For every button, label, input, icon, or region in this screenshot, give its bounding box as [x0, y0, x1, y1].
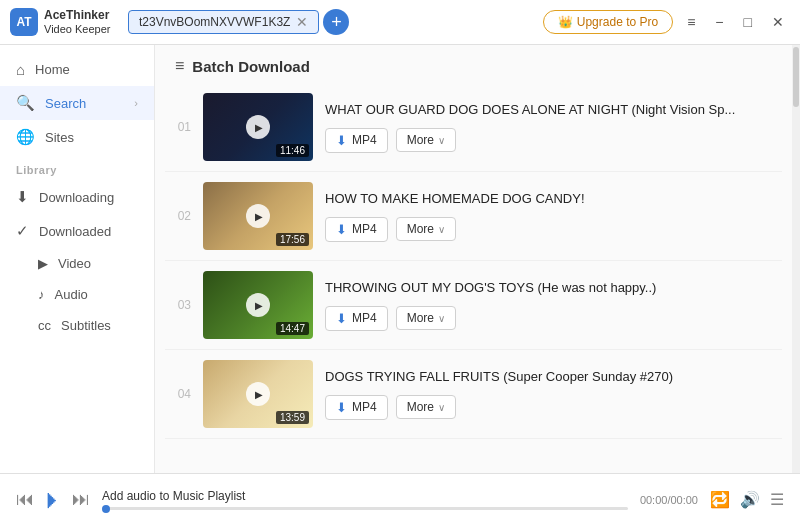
duration-badge: 13:59 — [276, 411, 309, 424]
sidebar-item-downloaded[interactable]: ✓ Downloaded — [0, 214, 154, 248]
sites-icon: 🌐 — [16, 128, 35, 146]
chevron-right-icon: › — [134, 97, 138, 109]
player-time: 00:00/00:00 — [640, 494, 698, 506]
play-overlay[interactable]: ▶ — [246, 204, 270, 228]
maximize-button[interactable]: □ — [738, 12, 758, 32]
duration-badge: 17:56 — [276, 233, 309, 246]
mp4-download-button[interactable]: ⬇ MP4 — [325, 217, 388, 242]
more-label: More — [407, 400, 434, 414]
download-icon: ⬇ — [336, 133, 347, 148]
progress-dot — [102, 505, 110, 513]
player-bar: ⏮ ⏵ ⏭ Add audio to Music Playlist 00:00/… — [0, 473, 800, 525]
tab-label: t23VnvBOomNXVVWF1K3Z — [139, 15, 290, 29]
minimize-button[interactable]: − — [709, 12, 729, 32]
sidebar-item-sites[interactable]: 🌐 Sites — [0, 120, 154, 154]
add-tab-button[interactable]: + — [323, 9, 349, 35]
format-label: MP4 — [352, 133, 377, 147]
list-item: 02 ▶ 17:56 HOW TO MAKE HOMEMADE DOG CAND… — [165, 172, 782, 261]
next-button[interactable]: ⏭ — [72, 489, 90, 510]
playlist-icon[interactable]: ☰ — [770, 490, 784, 509]
sidebar-item-home[interactable]: ⌂ Home — [0, 53, 154, 86]
chevron-down-icon: ∨ — [438, 402, 445, 413]
play-overlay[interactable]: ▶ — [246, 115, 270, 139]
content-header: ≡ Batch Download — [155, 45, 792, 83]
play-overlay[interactable]: ▶ — [246, 382, 270, 406]
mp4-download-button[interactable]: ⬇ MP4 — [325, 306, 388, 331]
previous-button[interactable]: ⏮ — [16, 489, 34, 510]
more-label: More — [407, 222, 434, 236]
video-actions: ⬇ MP4 More ∨ — [325, 217, 774, 242]
more-button[interactable]: More ∨ — [396, 128, 456, 152]
sidebar-item-video[interactable]: ▶ Video — [0, 248, 154, 279]
title-bar: AT AceThinker Video Keeper t23VnvBOomNXV… — [0, 0, 800, 45]
tab-close-button[interactable]: ✕ — [296, 15, 308, 29]
download-icon: ⬇ — [336, 222, 347, 237]
progress-bar[interactable] — [102, 507, 628, 510]
format-label: MP4 — [352, 222, 377, 236]
video-info: DOGS TRYING FALL FRUITS (Super Cooper Su… — [325, 368, 774, 419]
video-actions: ⬇ MP4 More ∨ — [325, 395, 774, 420]
page-title: Batch Download — [192, 58, 310, 75]
content-area: ≡ Batch Download 01 ▶ 11:46 WHAT OUR GUA… — [155, 45, 792, 473]
item-number: 01 — [173, 120, 191, 134]
play-icon: ▶ — [255, 211, 263, 222]
menu-button[interactable]: ≡ — [681, 12, 701, 32]
sidebar-item-audio[interactable]: ♪ Audio — [0, 279, 154, 310]
repeat-icon[interactable]: 🔁 — [710, 490, 730, 509]
scrollbar-thumb[interactable] — [793, 47, 799, 107]
sidebar-item-subtitles[interactable]: cc Subtitles — [0, 310, 154, 341]
thumbnail[interactable]: ▶ 11:46 — [203, 93, 313, 161]
item-number: 02 — [173, 209, 191, 223]
library-section-label: Library — [0, 154, 154, 180]
duration-badge: 11:46 — [276, 144, 309, 157]
play-icon: ▶ — [255, 389, 263, 400]
check-circle-icon: ✓ — [16, 222, 29, 240]
more-button[interactable]: More ∨ — [396, 217, 456, 241]
more-label: More — [407, 133, 434, 147]
app-name: AceThinker Video Keeper — [44, 8, 110, 36]
home-icon: ⌂ — [16, 61, 25, 78]
thumbnail[interactable]: ▶ 13:59 — [203, 360, 313, 428]
video-actions: ⬇ MP4 More ∨ — [325, 306, 774, 331]
chevron-down-icon: ∨ — [438, 135, 445, 146]
list-item: 04 ▶ 13:59 DOGS TRYING FALL FRUITS (Supe… — [165, 350, 782, 439]
mp4-download-button[interactable]: ⬇ MP4 — [325, 128, 388, 153]
thumbnail[interactable]: ▶ 14:47 — [203, 271, 313, 339]
video-actions: ⬇ MP4 More ∨ — [325, 128, 774, 153]
video-info: WHAT OUR GUARD DOG DOES ALONE AT NIGHT (… — [325, 101, 774, 152]
mp4-download-button[interactable]: ⬇ MP4 — [325, 395, 388, 420]
subtitles-icon: cc — [38, 318, 51, 333]
video-title: HOW TO MAKE HOMEMADE DOG CANDY! — [325, 190, 774, 208]
format-label: MP4 — [352, 311, 377, 325]
player-actions: 🔁 🔊 ☰ — [710, 490, 784, 509]
search-icon: 🔍 — [16, 94, 35, 112]
video-title: THROWING OUT MY DOG'S TOYS (He was not h… — [325, 279, 774, 297]
video-title: WHAT OUR GUARD DOG DOES ALONE AT NIGHT (… — [325, 101, 774, 119]
play-overlay[interactable]: ▶ — [246, 293, 270, 317]
main-area: ⌂ Home 🔍 Search › 🌐 Sites Library ⬇ Down… — [0, 45, 800, 473]
item-number: 03 — [173, 298, 191, 312]
volume-icon[interactable]: 🔊 — [740, 490, 760, 509]
active-tab[interactable]: t23VnvBOomNXVVWF1K3Z ✕ — [128, 10, 319, 34]
video-list: 01 ▶ 11:46 WHAT OUR GUARD DOG DOES ALONE… — [155, 83, 792, 473]
more-label: More — [407, 311, 434, 325]
play-icon: ▶ — [255, 300, 263, 311]
header-icon: ≡ — [175, 57, 184, 75]
upgrade-button[interactable]: 👑 Upgrade to Pro — [543, 10, 673, 34]
video-info: HOW TO MAKE HOMEMADE DOG CANDY! ⬇ MP4 Mo… — [325, 190, 774, 241]
scrollbar[interactable] — [792, 45, 800, 473]
play-button[interactable]: ⏵ — [42, 487, 64, 513]
download-icon: ⬇ — [16, 188, 29, 206]
audio-icon: ♪ — [38, 287, 45, 302]
sidebar-item-search[interactable]: 🔍 Search › — [0, 86, 154, 120]
player-info: Add audio to Music Playlist — [102, 489, 628, 510]
video-icon: ▶ — [38, 256, 48, 271]
sidebar-item-downloading[interactable]: ⬇ Downloading — [0, 180, 154, 214]
more-button[interactable]: More ∨ — [396, 395, 456, 419]
more-button[interactable]: More ∨ — [396, 306, 456, 330]
thumbnail[interactable]: ▶ 17:56 — [203, 182, 313, 250]
close-button[interactable]: ✕ — [766, 12, 790, 32]
tab-bar: t23VnvBOomNXVVWF1K3Z ✕ + — [128, 9, 535, 35]
download-icon: ⬇ — [336, 311, 347, 326]
list-item: 03 ▶ 14:47 THROWING OUT MY DOG'S TOYS (H… — [165, 261, 782, 350]
